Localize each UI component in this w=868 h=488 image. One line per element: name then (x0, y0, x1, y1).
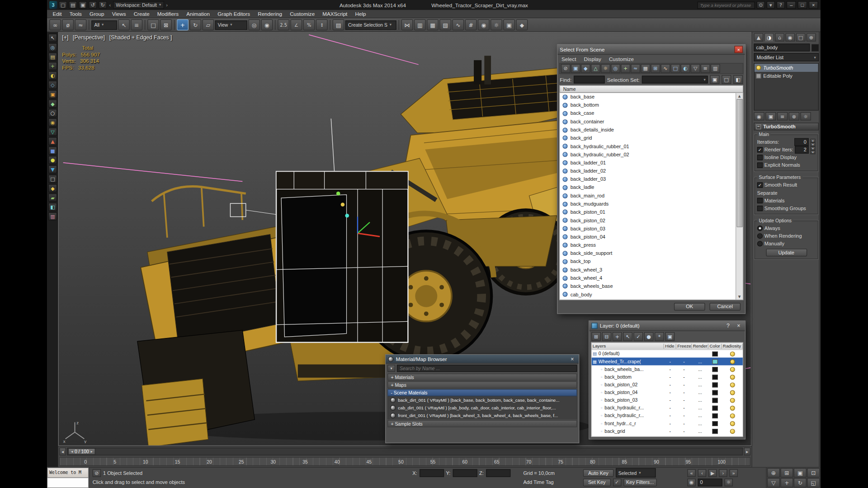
sample-slots-section-bar[interactable]: + Sample Slots (387, 420, 577, 427)
field-of-view-icon[interactable]: ▽ (767, 478, 780, 488)
freeze-toggle[interactable]: - (676, 366, 692, 372)
menu-item[interactable]: Help (355, 11, 366, 17)
manually-radio[interactable] (757, 241, 763, 246)
set-keys-icon[interactable]: ✓ (613, 479, 621, 487)
select-none-icon[interactable]: □ (722, 75, 731, 84)
3ds-max-logo-icon[interactable]: 3 (49, 1, 57, 9)
close-icon[interactable]: × (735, 46, 743, 53)
toolbar-icon[interactable]: ↖ (48, 34, 57, 42)
add-time-tag[interactable]: Add Time Tag (523, 480, 553, 485)
render-layer-icon[interactable]: ▣ (665, 332, 675, 341)
scene-object-row[interactable]: back_case (560, 109, 743, 117)
hide-toggle[interactable]: - (664, 405, 676, 411)
render-toggle[interactable]: ... (692, 389, 708, 395)
render-toggle[interactable]: ... (692, 374, 708, 380)
delete-layer-icon[interactable]: ⊟ (602, 332, 612, 341)
column-chooser-icon[interactable]: ▥ (711, 64, 720, 73)
explicit-normals-checkbox[interactable] (757, 163, 763, 168)
render-toggle[interactable]: ... (692, 359, 708, 364)
scene-object-row[interactable]: back_base (560, 93, 743, 101)
toolbar-icon[interactable]: ▥ (48, 212, 57, 221)
freeze-layer-icon[interactable]: * (655, 332, 664, 341)
display-helpers-icon[interactable]: + (621, 64, 630, 73)
timeline-prev-icon[interactable]: ◂ (59, 448, 66, 455)
dialog-menu-item[interactable]: Display (584, 56, 601, 62)
radiosity-icon[interactable] (730, 398, 735, 403)
freeze-toggle[interactable]: - (676, 405, 692, 411)
collapse-icon[interactable]: − (756, 124, 761, 129)
close-icon[interactable]: × (568, 355, 576, 362)
make-unique-icon[interactable]: ≡ (777, 112, 788, 120)
menu-item[interactable]: Group (90, 11, 104, 17)
render-toggle[interactable]: ... (692, 366, 708, 372)
use-selection-center-icon[interactable]: ◉ (261, 19, 273, 30)
layer-table-header[interactable]: LayersHideFreezeRenderColorRadiosity (591, 343, 743, 350)
modifier-stack-item[interactable]: TurboSmooth (755, 64, 818, 72)
update-button[interactable]: Update (766, 249, 807, 256)
layer-color-swatch[interactable] (712, 367, 718, 372)
display-xrefs-icon[interactable]: ⊞ (651, 64, 660, 73)
layer-color-swatch[interactable] (712, 359, 718, 364)
radiosity-icon[interactable] (730, 390, 735, 395)
display-containers-icon[interactable]: □ (671, 64, 680, 73)
iterations-field[interactable]: 0 (794, 138, 809, 146)
open-file-icon[interactable]: ▤ (69, 1, 77, 9)
radiosity-icon[interactable] (730, 405, 735, 410)
layer-row[interactable]: ◦ back_piston_02 - - ... (591, 381, 743, 389)
go-to-end-icon[interactable]: » (730, 469, 738, 477)
new-layer-icon[interactable]: ⊞ (591, 332, 601, 341)
search-icon[interactable]: ⊙ (757, 1, 765, 9)
add-to-layer-icon[interactable]: + (613, 332, 622, 341)
scene-object-row[interactable]: back_details_inside (560, 126, 743, 134)
panel-scrollbar[interactable] (819, 32, 821, 467)
freeze-toggle[interactable]: - (676, 397, 692, 403)
menu-item[interactable]: MAXScript (322, 11, 347, 17)
help-search-input[interactable] (697, 1, 755, 9)
render-iters-checkbox[interactable] (757, 147, 763, 152)
snaps-toggle-icon[interactable]: 2.5 (278, 19, 289, 30)
scene-object-row[interactable]: back_piston_02 (560, 216, 743, 225)
scene-object-row[interactable]: back_ladder_03 (560, 175, 743, 183)
freeze-toggle[interactable]: - (676, 374, 692, 380)
toolbar-icon[interactable]: ◇ (48, 81, 57, 89)
hide-toggle[interactable]: - (664, 366, 676, 372)
layer-row[interactable]: ◦ back_wheels_ba... - - ... (591, 365, 743, 373)
zoom-all-icon[interactable]: ⊞ (780, 468, 793, 478)
layer-row[interactable]: ▦ Wheeled_Tr...crape( - - ... (591, 357, 743, 365)
modifier-list-dropdown[interactable]: Modifier List ▾ (754, 53, 818, 61)
scene-object-row[interactable]: back_wheel_4 (560, 274, 743, 282)
toolbar-icon[interactable]: ◧ (48, 203, 57, 211)
toolbar-icon[interactable]: ◆ (48, 184, 57, 192)
layer-color-swatch[interactable] (712, 351, 718, 356)
workspace-prev-icon[interactable]: ‹ (108, 2, 111, 8)
freeze-toggle[interactable]: - (676, 359, 692, 364)
radiosity-icon[interactable] (730, 429, 735, 434)
reference-coordinate-dropdown[interactable]: View ▾ (215, 20, 247, 30)
isoline-display-checkbox[interactable] (757, 155, 763, 160)
sign-in-icon[interactable]: ▾ (767, 1, 775, 9)
toolbar-icon[interactable]: ▲ (48, 137, 57, 145)
auto-key-button[interactable]: Auto Key (583, 469, 613, 477)
menu-item[interactable]: Graph Editors (217, 11, 250, 17)
display-geometry-icon[interactable]: ◆ (581, 64, 590, 73)
pan-icon[interactable]: + (780, 478, 793, 488)
select-layer-objects-icon[interactable]: ↖ (623, 332, 632, 341)
menu-item[interactable]: Views (112, 11, 126, 17)
toolbar-icon[interactable]: ▽ (48, 128, 57, 136)
hide-layer-icon[interactable]: ● (644, 332, 654, 341)
go-to-start-icon[interactable]: « (687, 469, 695, 477)
object-name-field[interactable]: cab_body (754, 44, 810, 52)
layer-row[interactable]: ◦ back_grid - - ... (591, 427, 743, 435)
select-invert-icon[interactable]: ◧ (733, 75, 743, 84)
layer-color-swatch[interactable] (712, 382, 718, 387)
browser-options-icon[interactable]: ▾ (387, 365, 395, 372)
named-selection-sets-dropdown[interactable]: Create Selection S ▾ (345, 20, 396, 30)
zoom-extents-icon[interactable]: ▣ (794, 468, 807, 478)
select-and-move-icon[interactable]: + (177, 19, 189, 30)
layer-color-swatch[interactable] (712, 398, 718, 403)
column-header[interactable]: Layers (591, 344, 664, 349)
layer-row[interactable]: ◦ front_hydr...c_r - - ... (591, 419, 743, 427)
layer-row[interactable]: ◦ back_piston_03 - - ... (591, 396, 743, 404)
maximize-viewport-toggle-icon[interactable]: ◱ (807, 478, 820, 488)
toolbar-icon[interactable]: ◐ (48, 71, 57, 80)
